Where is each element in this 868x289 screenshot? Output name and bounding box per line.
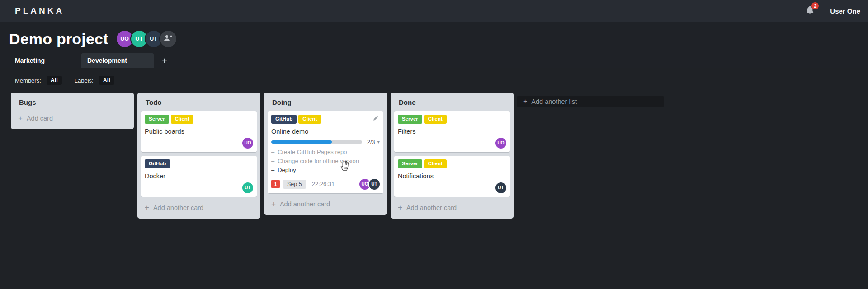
- card-label[interactable]: Client: [171, 115, 193, 124]
- card-label[interactable]: Client: [424, 115, 447, 124]
- stopwatch-badge[interactable]: 22:26:31: [312, 181, 335, 187]
- card-filters[interactable]: Server Client Filters UO: [394, 111, 510, 152]
- top-bar: PLANKA 2 User One: [0, 0, 868, 22]
- card-online-demo[interactable]: GitHub Client Online demo 2/3 ▾ – Create…: [268, 111, 383, 193]
- card-footer: 1 Sep 5 22:26:31 UO UT: [271, 179, 380, 190]
- project-members: UO UT UT: [117, 31, 176, 47]
- add-card-label: Add card: [27, 115, 53, 122]
- card-title: Docker: [145, 172, 253, 180]
- filter-bar: Members: All Labels: All: [0, 68, 868, 85]
- task-list: – Create GitHub Pages repo – Change code…: [271, 148, 380, 175]
- plus-icon: +: [398, 203, 402, 212]
- list-title[interactable]: Done: [399, 98, 510, 106]
- list-doing: Doing GitHub Client Online demo 2/3: [264, 93, 387, 215]
- labels-filter-value[interactable]: All: [99, 76, 114, 85]
- board-tabs: Marketing Development +: [9, 53, 868, 68]
- card-footer: UT: [398, 182, 506, 193]
- avatar[interactable]: UO: [495, 138, 506, 149]
- avatar[interactable]: UT: [495, 182, 506, 193]
- tab-marketing[interactable]: Marketing: [9, 53, 81, 68]
- card-label[interactable]: Server: [145, 115, 169, 124]
- add-list-label: Add another list: [531, 98, 577, 105]
- add-card-button[interactable]: + Add another card: [268, 197, 383, 211]
- app-logo[interactable]: PLANKA: [15, 6, 64, 16]
- card-notifications[interactable]: Server Client Notifications UT: [394, 156, 510, 197]
- card-title: Filters: [398, 128, 506, 135]
- add-card-label: Add another card: [153, 204, 203, 211]
- tasks-progress: 2/3 ▾: [271, 139, 380, 145]
- card-labels: GitHub Client: [271, 115, 380, 124]
- progress-bar: [271, 140, 362, 144]
- list-title[interactable]: Todo: [146, 98, 257, 106]
- notifications-button[interactable]: 2: [805, 5, 815, 17]
- card-labels: Server Client: [145, 115, 253, 124]
- list-title[interactable]: Doing: [272, 98, 383, 106]
- card-label[interactable]: GitHub: [145, 159, 170, 168]
- project-title-row: Demo project UO UT UT: [9, 26, 868, 51]
- project-title[interactable]: Demo project: [9, 30, 108, 48]
- lists-row: Bugs + Add card Todo Server Client Publi…: [0, 85, 868, 219]
- labels-filter-label: Labels:: [75, 77, 94, 84]
- card-public-boards[interactable]: Server Client Public boards UO: [141, 111, 257, 152]
- card-notification-badge: 1: [271, 180, 280, 188]
- avatar[interactable]: UO: [242, 138, 253, 149]
- person-plus-icon: [164, 34, 172, 43]
- project-header: Demo project UO UT UT Marketing Developm…: [0, 22, 868, 68]
- card-label[interactable]: Server: [398, 115, 422, 124]
- plus-icon: +: [18, 114, 23, 123]
- plus-icon: +: [145, 203, 149, 212]
- top-bar-right: 2 User One: [805, 5, 860, 17]
- task-item[interactable]: – Change code for offline version: [271, 157, 380, 166]
- avatar[interactable]: UT: [131, 31, 147, 47]
- card-labels: Server Client: [398, 159, 506, 168]
- user-menu[interactable]: User One: [830, 7, 860, 15]
- card-footer: UO: [398, 138, 506, 149]
- avatar[interactable]: UT: [146, 31, 162, 47]
- card-footer: UO: [145, 138, 253, 149]
- task-item[interactable]: – Create GitHub Pages repo: [271, 148, 380, 157]
- card-label[interactable]: Client: [298, 115, 321, 124]
- plus-icon: +: [523, 98, 527, 106]
- card-labels: Server Client: [398, 115, 506, 124]
- notification-badge: 2: [811, 2, 819, 9]
- card-labels: GitHub: [145, 159, 253, 168]
- bell-icon: [805, 9, 815, 16]
- add-card-label: Add another card: [406, 204, 457, 211]
- avatar[interactable]: UT: [242, 182, 253, 193]
- task-item[interactable]: – Deploy: [271, 166, 380, 175]
- add-card-button[interactable]: + Add card: [14, 111, 130, 126]
- progress-label: 2/3: [367, 139, 375, 145]
- card-label[interactable]: Client: [424, 159, 447, 168]
- members-filter-label: Members:: [15, 77, 41, 84]
- tab-development[interactable]: Development: [81, 53, 154, 68]
- task-dash: –: [271, 148, 274, 157]
- members-filter-value[interactable]: All: [47, 76, 62, 85]
- list-bugs: Bugs + Add card: [11, 93, 134, 129]
- board: Members: All Labels: All Bugs + Add card…: [0, 68, 868, 289]
- add-list-button[interactable]: + Add another list: [517, 96, 664, 107]
- avatar[interactable]: UT: [369, 179, 380, 190]
- card-title: Online demo: [271, 128, 380, 135]
- progress-fill: [271, 140, 332, 144]
- task-dash: –: [271, 157, 274, 166]
- avatar[interactable]: UO: [117, 31, 133, 47]
- chevron-down-icon[interactable]: ▾: [377, 139, 380, 145]
- add-card-label: Add another card: [280, 200, 330, 208]
- card-label[interactable]: Server: [398, 159, 422, 168]
- card-label[interactable]: GitHub: [271, 115, 297, 124]
- add-card-button[interactable]: + Add another card: [141, 200, 257, 215]
- due-date-badge[interactable]: Sep 5: [283, 180, 306, 189]
- card-title: Notifications: [398, 172, 506, 180]
- card-docker[interactable]: GitHub Docker UT: [141, 156, 257, 197]
- list-title[interactable]: Bugs: [19, 98, 130, 106]
- card-title: Public boards: [145, 128, 253, 135]
- plus-icon: +: [271, 200, 276, 209]
- card-footer: UT: [145, 182, 253, 193]
- add-member-button[interactable]: [160, 31, 176, 47]
- add-board-button[interactable]: +: [159, 54, 170, 68]
- add-card-button[interactable]: + Add another card: [394, 200, 510, 215]
- list-done: Done Server Client Filters UO Server Cli…: [391, 93, 514, 219]
- pencil-icon[interactable]: [373, 115, 379, 123]
- task-dash: –: [271, 166, 274, 175]
- list-todo: Todo Server Client Public boards UO GitH…: [137, 93, 260, 219]
